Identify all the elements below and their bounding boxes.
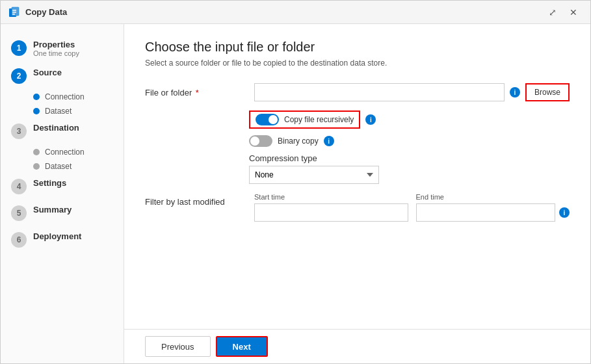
filter-label: Filter by last modified — [145, 193, 249, 207]
source-connection-label: Connection — [45, 92, 85, 101]
file-folder-info-icon[interactable]: i — [510, 87, 520, 98]
window-title: Copy Data — [25, 7, 67, 17]
expand-button[interactable]: ⤢ — [544, 3, 562, 21]
copy-recursively-label: Copy file recursively — [284, 115, 354, 124]
summary-circle: 5 — [11, 205, 27, 221]
title-bar-controls: ⤢ ✕ — [544, 3, 583, 21]
copy-data-icon — [8, 6, 20, 18]
sidebar-item-settings[interactable]: 4 Settings — [1, 173, 124, 200]
main-content-wrapper: Choose the input file or folder Select a… — [124, 24, 590, 363]
footer: Previous Next — [124, 329, 590, 363]
sidebar-item-source[interactable]: 2 Source — [1, 62, 124, 89]
sidebar-item-properties[interactable]: 1 Properties One time copy — [1, 34, 124, 62]
deployment-label: Deployment — [33, 231, 81, 241]
sidebar-destination-group: 3 Destination Connection Dataset — [1, 118, 124, 173]
destination-connection-dot — [33, 149, 40, 155]
sidebar-item-summary[interactable]: 5 Summary — [1, 200, 124, 226]
destination-connection-item[interactable]: Connection — [33, 146, 124, 159]
destination-connection-label: Connection — [45, 148, 85, 157]
main-panel: Choose the input file or folder Select a… — [124, 24, 590, 329]
end-time-info-icon[interactable]: i — [559, 207, 570, 218]
sidebar-item-destination[interactable]: 3 Destination — [1, 118, 124, 144]
file-folder-row: File or folder * i Browse — [145, 83, 570, 101]
destination-dataset-dot — [33, 163, 40, 170]
sidebar-item-deployment[interactable]: 6 Deployment — [1, 226, 124, 253]
deployment-circle: 6 — [11, 232, 27, 248]
compression-select[interactable]: None GZip Deflate BZip2 ZipDeflate — [249, 166, 379, 184]
summary-label: Summary — [33, 205, 72, 214]
copy-recursively-toggle[interactable] — [256, 114, 279, 125]
destination-dataset-item[interactable]: Dataset — [33, 160, 124, 173]
close-button[interactable]: ✕ — [564, 3, 583, 21]
page-title: Choose the input file or folder — [145, 40, 570, 55]
svg-rect-2 — [12, 10, 16, 11]
properties-label: Properties — [33, 40, 79, 49]
start-time-group: Start time — [254, 193, 408, 222]
destination-sub-items: Connection Dataset — [1, 146, 124, 173]
copy-recursively-knob — [269, 115, 278, 124]
browse-button[interactable]: Browse — [525, 83, 570, 101]
compression-type-section: Compression type — [249, 153, 570, 163]
source-sub-items: Connection Dataset — [1, 90, 124, 118]
title-bar-left: Copy Data — [8, 6, 67, 18]
title-bar: Copy Data ⤢ ✕ — [1, 1, 590, 24]
binary-copy-row: Binary copy i — [145, 135, 570, 147]
file-folder-input[interactable] — [254, 83, 505, 101]
content-area: 1 Properties One time copy 2 Source — [1, 24, 590, 363]
sidebar-source-group: 2 Source Connection Dataset — [1, 62, 124, 118]
svg-rect-3 — [12, 12, 16, 13]
start-time-input[interactable] — [254, 203, 408, 222]
next-button[interactable]: Next — [216, 336, 268, 357]
time-fields: Start time End time i — [254, 193, 570, 222]
copy-recursively-info-icon[interactable]: i — [365, 114, 376, 125]
end-time-input[interactable] — [416, 203, 556, 222]
settings-label: Settings — [33, 178, 66, 188]
compression-type-label: Compression type — [249, 153, 317, 163]
source-label: Source — [33, 68, 62, 77]
settings-circle: 4 — [11, 179, 27, 194]
end-time-label: End time — [416, 193, 570, 201]
properties-sublabel: One time copy — [33, 49, 79, 57]
page-subtitle: Select a source folder or file to be cop… — [145, 58, 570, 68]
source-connection-dot — [33, 94, 40, 100]
copy-recursively-toggle-box: Copy file recursively — [249, 110, 360, 129]
start-time-label: Start time — [254, 193, 408, 201]
copy-recursively-row: Copy file recursively i — [145, 110, 570, 129]
source-dataset-dot — [33, 108, 40, 114]
binary-copy-label: Binary copy — [278, 136, 319, 146]
source-dataset-item[interactable]: Dataset — [33, 105, 124, 118]
destination-dataset-label: Dataset — [45, 162, 72, 171]
source-connection-item[interactable]: Connection — [33, 90, 124, 103]
binary-copy-info-icon[interactable]: i — [324, 136, 334, 146]
properties-circle: 1 — [11, 40, 27, 56]
binary-copy-knob — [250, 136, 259, 146]
copy-data-window: Copy Data ⤢ ✕ 1 Properties One time copy… — [0, 0, 591, 364]
file-folder-label: File or folder * — [145, 88, 249, 98]
previous-button[interactable]: Previous — [145, 336, 211, 357]
filter-row: Filter by last modified Start time End t… — [145, 193, 570, 222]
end-time-group: End time i — [416, 193, 570, 222]
destination-label: Destination — [33, 123, 79, 133]
sidebar: 1 Properties One time copy 2 Source — [1, 24, 124, 363]
source-circle: 2 — [11, 68, 27, 84]
destination-circle: 3 — [11, 124, 27, 139]
svg-rect-4 — [12, 14, 15, 15]
binary-copy-toggle[interactable] — [249, 135, 272, 147]
source-dataset-label: Dataset — [45, 107, 72, 116]
compression-select-section: None GZip Deflate BZip2 ZipDeflate — [249, 166, 570, 184]
